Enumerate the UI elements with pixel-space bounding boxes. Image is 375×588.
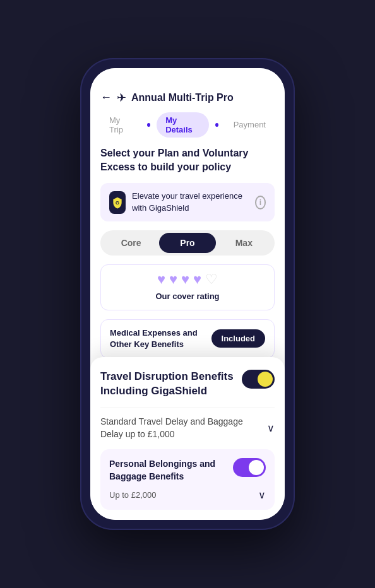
breadcrumb-payment[interactable]: Payment: [225, 117, 275, 132]
gigashield-text: Elevate your travel experience with Giga…: [132, 191, 255, 213]
rating-label: Our cover rating: [155, 291, 219, 301]
breadcrumb-dot-1: [147, 123, 150, 127]
info-icon[interactable]: i: [255, 196, 266, 209]
rating-section: ♥ ♥ ♥ ♥ ♡ Our cover rating: [100, 264, 275, 310]
toggle-knob: [258, 372, 273, 387]
personal-belongings-section: Personal Belongings and Baggage Benefits…: [100, 449, 275, 510]
gigashield-left: G Elevate your travel experience with Gi…: [109, 191, 255, 213]
heart-1: ♥: [157, 271, 165, 288]
personal-belongings-amount: Up to £2,000: [109, 490, 156, 500]
plan-tabs: Core Pro Max: [100, 230, 275, 256]
travel-disruption-chevron[interactable]: ∨: [267, 422, 275, 434]
benefit-row: Medical Expenses and Other Key Benefits …: [100, 319, 275, 358]
back-button[interactable]: ←: [100, 91, 112, 104]
personal-belongings-sub: Up to £2,000 ∨: [109, 489, 266, 501]
svg-text:G: G: [116, 200, 119, 206]
section-title: Select your Plan and Voluntary Excess to…: [100, 146, 275, 175]
status-bar: [90, 68, 285, 86]
breadcrumb: My Trip My Details Payment: [90, 112, 285, 146]
included-badge: Included: [211, 329, 265, 348]
personal-belongings-title: Personal Belongings and Baggage Benefits: [109, 458, 233, 483]
shield-icon: G: [109, 191, 126, 214]
benefit-label: Medical Expenses and Other Key Benefits: [110, 327, 211, 350]
personal-belongings-chevron[interactable]: ∨: [258, 489, 266, 501]
heart-2: ♥: [169, 271, 177, 288]
breadcrumb-my-details[interactable]: My Details: [157, 112, 208, 138]
bottom-panel: Travel Disruption Benefits Including Gig…: [90, 357, 285, 520]
hearts-row: ♥ ♥ ♥ ♥ ♡: [157, 271, 218, 288]
travel-disruption-toggle[interactable]: [242, 370, 275, 389]
travel-disruption-row: Travel Disruption Benefits Including Gig…: [100, 370, 275, 399]
heart-5: ♡: [205, 271, 218, 288]
breadcrumb-dot-2: [215, 123, 218, 127]
content-area: Select your Plan and Voluntary Excess to…: [90, 146, 285, 359]
personal-belongings-toggle[interactable]: [233, 458, 266, 477]
heart-4: ♥: [193, 271, 201, 288]
personal-belongings-header: Personal Belongings and Baggage Benefits: [109, 458, 266, 483]
tab-max[interactable]: Max: [216, 233, 272, 253]
gigashield-banner: G Elevate your travel experience with Gi…: [100, 183, 275, 221]
plane-icon: ✈: [117, 91, 126, 105]
tab-core[interactable]: Core: [103, 233, 159, 253]
heart-3: ♥: [181, 271, 189, 288]
app-header: ← ✈ Annual Multi-Trip Pro: [90, 86, 285, 112]
tab-pro[interactable]: Pro: [159, 233, 215, 253]
travel-disruption-sub: Standard Travel Delay and Baggage Delay …: [100, 408, 275, 440]
breadcrumb-my-trip[interactable]: My Trip: [100, 112, 141, 138]
personal-belongings-knob: [249, 460, 264, 475]
travel-disruption-title: Travel Disruption Benefits Including Gig…: [100, 370, 242, 399]
travel-disruption-sub-text: Standard Travel Delay and Baggage Delay …: [100, 416, 267, 440]
page-title: Annual Multi-Trip Pro: [131, 92, 234, 103]
